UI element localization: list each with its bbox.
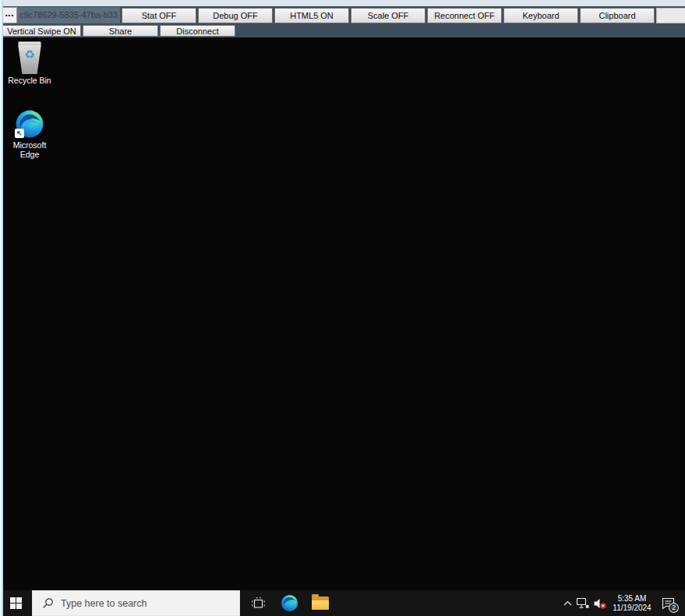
task-view-icon [252, 597, 265, 610]
rdp-toolbar-row-1: ••• c9c78629-5835-47ba-b33 Stat OFF Debu… [0, 6, 685, 24]
remote-desktop-viewer: ••• c9c78629-5835-47ba-b33 Stat OFF Debu… [0, 0, 685, 616]
task-view-button[interactable] [243, 590, 273, 616]
chevron-up-icon [563, 600, 572, 606]
scale-toggle-button[interactable]: Scale OFF [351, 8, 425, 23]
volume-button[interactable] [591, 590, 609, 616]
shortcut-arrow-icon [15, 129, 24, 138]
session-id-field[interactable]: c9c78629-5835-47ba-b33 [17, 7, 120, 23]
taskbar-search-input[interactable]: Type here to search [32, 590, 240, 616]
windows-taskbar: Type here to search [0, 590, 685, 616]
debug-toggle-button[interactable]: Debug OFF [198, 8, 273, 23]
windows-logo-icon [10, 597, 23, 610]
desktop-icon-recycle-bin[interactable]: ♻ Recycle Bin [7, 41, 52, 85]
search-placeholder: Type here to search [61, 598, 147, 609]
search-icon [42, 597, 54, 609]
clipboard-button[interactable]: Clipboard [580, 8, 655, 23]
taskbar-file-explorer-button[interactable] [305, 590, 335, 616]
recycle-bin-body: ♻ [17, 45, 42, 74]
reconnect-toggle-button[interactable]: Reconnect OFF [427, 8, 502, 23]
page-left-edge [0, 0, 3, 616]
desktop-icon-label: Microsoft Edge [7, 140, 52, 159]
desktop-icon-microsoft-edge[interactable]: Microsoft Edge [7, 109, 52, 159]
clock-time: 5:35 AM [609, 594, 655, 604]
page-top-strip [0, 0, 685, 6]
system-tray: 5:35 AM 11/19/2024 2 [561, 590, 685, 616]
disconnect-button[interactable]: Disconnect [160, 25, 235, 37]
taskbar-edge-button[interactable] [274, 590, 304, 616]
clock-date: 11/19/2024 [609, 604, 655, 613]
show-hidden-icons-button[interactable] [561, 590, 574, 616]
recycle-symbol-icon: ♻ [24, 48, 34, 74]
edge-logo-icon [281, 594, 298, 612]
notification-count-badge: 2 [669, 603, 679, 613]
windows-desktop[interactable]: ♻ Recycle Bin Microsoft Edge [0, 37, 685, 590]
microsoft-edge-icon [15, 109, 44, 139]
stat-toggle-button[interactable]: Stat OFF [122, 8, 196, 23]
toolbar-filler [656, 8, 685, 23]
rdp-toolbar-row-2: Vertical Swipe ON Share Disconnect [0, 24, 685, 37]
action-center-button[interactable]: 2 [655, 590, 680, 616]
taskbar-clock[interactable]: 5:35 AM 11/19/2024 [609, 594, 655, 613]
keyboard-button[interactable]: Keyboard [503, 8, 578, 23]
file-explorer-icon [312, 597, 329, 610]
network-ethernet-icon [576, 597, 589, 609]
start-button[interactable] [0, 590, 32, 616]
html5-toggle-button[interactable]: HTML5 ON [274, 8, 349, 23]
desktop-icon-label: Recycle Bin [8, 76, 51, 85]
recycle-bin-icon: ♻ [16, 41, 44, 74]
vertical-swipe-toggle-button[interactable]: Vertical Swipe ON [2, 25, 81, 37]
network-status-button[interactable] [574, 590, 591, 616]
share-button[interactable]: Share [83, 25, 158, 37]
volume-muted-icon [593, 597, 607, 610]
toolbar-menu-button[interactable]: ••• [2, 7, 17, 23]
